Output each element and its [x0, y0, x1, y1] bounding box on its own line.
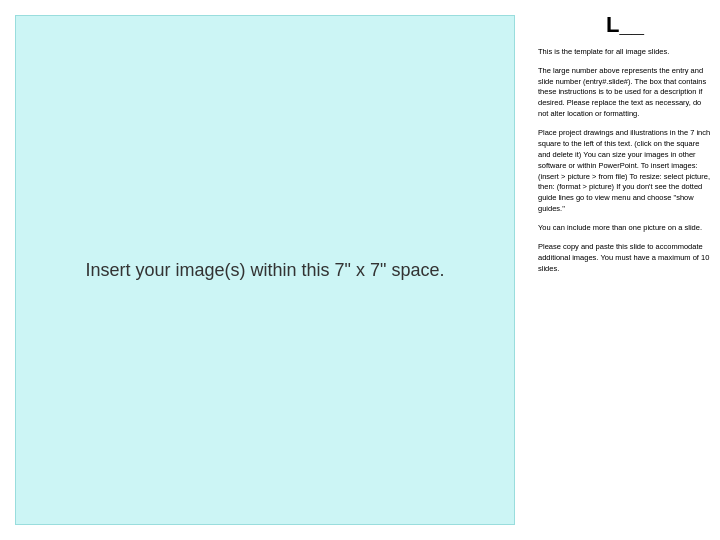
section4-text: Please copy and paste this slide to acco…	[538, 242, 712, 275]
intro-text: This is the template for all image slide…	[538, 47, 712, 58]
section2: Place project drawings and illustrations…	[538, 128, 712, 215]
left-panel: Insert your image(s) within this 7" x 7"…	[0, 0, 530, 540]
intro-section: This is the template for all image slide…	[538, 47, 712, 58]
section3-text: You can include more than one picture on…	[538, 223, 712, 234]
section3: You can include more than one picture on…	[538, 223, 712, 234]
right-panel: L__ This is the template for all image s…	[530, 0, 720, 540]
slide-number: L__	[538, 10, 712, 41]
section1-text: The large number above represents the en…	[538, 66, 712, 120]
section1: The large number above represents the en…	[538, 66, 712, 120]
page-container: Insert your image(s) within this 7" x 7"…	[0, 0, 720, 540]
image-placeholder-text: Insert your image(s) within this 7" x 7"…	[86, 260, 445, 281]
section2-text: Place project drawings and illustrations…	[538, 128, 712, 215]
image-box[interactable]: Insert your image(s) within this 7" x 7"…	[15, 15, 515, 525]
section4: Please copy and paste this slide to acco…	[538, 242, 712, 275]
